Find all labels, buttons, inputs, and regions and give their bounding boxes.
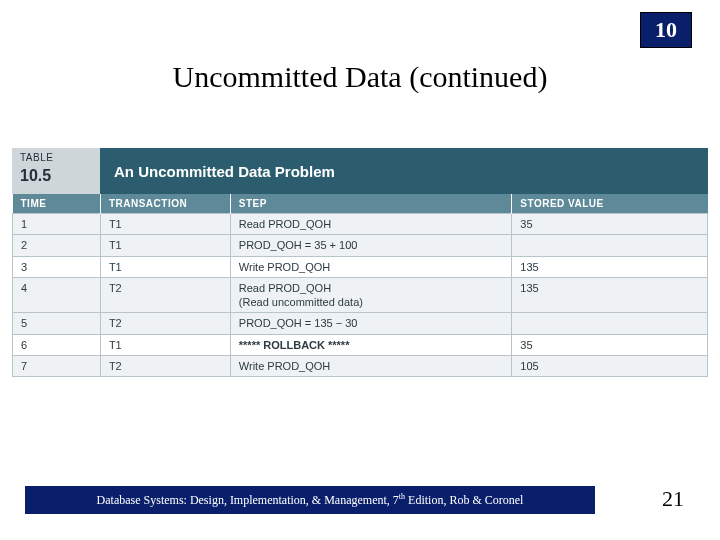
col-header-time: TIME [13, 194, 101, 214]
footer-text: Database Systems: Design, Implementation… [97, 492, 524, 508]
table-cell: 105 [512, 356, 708, 377]
table-row: 6T1***** ROLLBACK *****35 [13, 334, 708, 355]
table-cell: 5 [13, 313, 101, 334]
table-cell: T2 [100, 356, 230, 377]
table-number-box: TABLE 10.5 [12, 148, 100, 194]
col-header-step: STEP [230, 194, 512, 214]
footer-bar: Database Systems: Design, Implementation… [25, 486, 595, 514]
table-cell: 4 [13, 277, 101, 313]
table-row: 4T2Read PROD_QOH(Read uncommitted data)1… [13, 277, 708, 313]
table-header-row: TIME TRANSACTION STEP STORED VALUE [13, 194, 708, 214]
page-number: 21 [662, 486, 684, 512]
table-label: TABLE [20, 152, 92, 164]
table-caption: An Uncommitted Data Problem [100, 148, 708, 194]
chapter-number: 10 [655, 17, 677, 42]
table-cell: PROD_QOH = 135 − 30 [230, 313, 512, 334]
table-cell: T1 [100, 235, 230, 256]
table-cell: 35 [512, 334, 708, 355]
table-cell [512, 235, 708, 256]
table-cell: PROD_QOH = 35 + 100 [230, 235, 512, 256]
table-cell: Read PROD_QOH [230, 214, 512, 235]
table-cell: T1 [100, 256, 230, 277]
slide-title: Uncommitted Data (continued) [0, 60, 720, 94]
table-cell: 135 [512, 256, 708, 277]
table-cell: 3 [13, 256, 101, 277]
footer-post: Edition, Rob & Coronel [405, 493, 523, 507]
table-cell: Write PROD_QOH [230, 256, 512, 277]
table-cell [512, 313, 708, 334]
table-row: 5T2PROD_QOH = 135 − 30 [13, 313, 708, 334]
table-row: 7T2Write PROD_QOH105 [13, 356, 708, 377]
table-cell: T2 [100, 277, 230, 313]
chapter-badge: 10 [640, 12, 692, 48]
col-header-stored-value: STORED VALUE [512, 194, 708, 214]
table-row: 1T1Read PROD_QOH35 [13, 214, 708, 235]
table-body: 1T1Read PROD_QOH352T1PROD_QOH = 35 + 100… [13, 214, 708, 377]
table-container: TABLE 10.5 An Uncommitted Data Problem T… [12, 148, 708, 377]
data-table: TIME TRANSACTION STEP STORED VALUE 1T1Re… [12, 194, 708, 377]
table-cell: ***** ROLLBACK ***** [230, 334, 512, 355]
table-cell: T1 [100, 334, 230, 355]
table-cell: 1 [13, 214, 101, 235]
table-cell: 135 [512, 277, 708, 313]
table-cell: Write PROD_QOH [230, 356, 512, 377]
table-cell: 2 [13, 235, 101, 256]
table-number: 10.5 [20, 166, 92, 185]
table-cell: 35 [512, 214, 708, 235]
col-header-transaction: TRANSACTION [100, 194, 230, 214]
footer-pre: Database Systems: Design, Implementation… [97, 493, 399, 507]
table-cell: T2 [100, 313, 230, 334]
table-cell: Read PROD_QOH(Read uncommitted data) [230, 277, 512, 313]
table-row: 2T1PROD_QOH = 35 + 100 [13, 235, 708, 256]
table-cell: 6 [13, 334, 101, 355]
table-cell: 7 [13, 356, 101, 377]
table-row: 3T1Write PROD_QOH135 [13, 256, 708, 277]
table-cell: T1 [100, 214, 230, 235]
table-header-bar: TABLE 10.5 An Uncommitted Data Problem [12, 148, 708, 194]
